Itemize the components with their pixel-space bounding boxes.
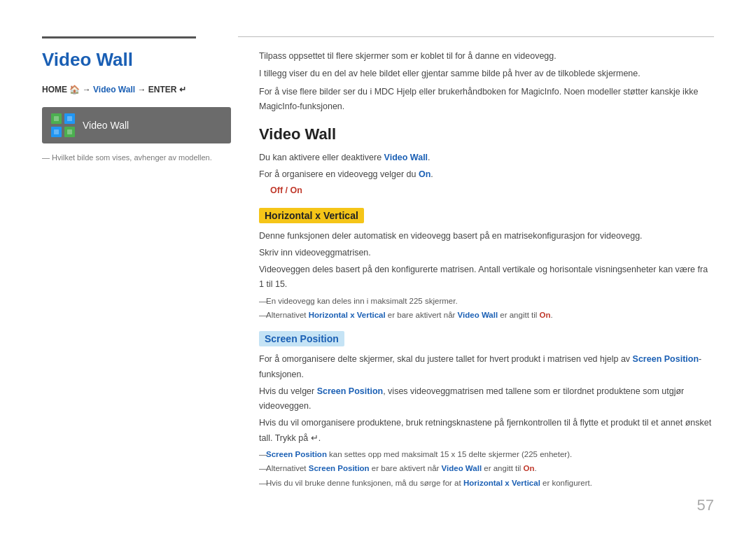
vw-bold-1: Video Wall: [384, 153, 428, 162]
page-content: Video Wall HOME 🏠 → Video Wall → ENTER ↵: [0, 0, 756, 534]
breadcrumb-arrow2: →: [137, 85, 146, 94]
svg-rect-5: [67, 116, 72, 121]
breadcrumb-home: HOME: [42, 85, 67, 94]
hv-line3: Videoveggen deles basert på den konfigur…: [259, 262, 714, 293]
svg-rect-6: [54, 129, 59, 134]
hv-note2-bold2: Video Wall: [458, 311, 498, 319]
hv-heading: Horizontal x Vertical: [259, 208, 364, 223]
sp-note2: Alternativet Screen Position er bare akt…: [259, 462, 714, 475]
hv-note2-bold1: Horizontal x Vertical: [309, 311, 386, 319]
left-column: Video Wall HOME 🏠 → Video Wall → ENTER ↵: [42, 42, 231, 506]
hv-line1: Denne funksjonen deler automatisk en vid…: [259, 229, 714, 244]
separator-right-thin: [238, 36, 714, 37]
video-wall-icon: [50, 113, 76, 138]
breadcrumb-highlight: Video Wall: [93, 85, 135, 94]
right-column: Tilpass oppsettet til flere skjermer som…: [259, 42, 714, 506]
sp-bold2: Screen Position: [317, 386, 383, 396]
section-title-videowall: Video Wall: [259, 125, 714, 143]
page-title: Video Wall: [42, 49, 231, 71]
hv-line2: Skriv inn videoveggmatrisen.: [259, 246, 714, 260]
sp-line3: Hvis du vil omorganisere produktene, bru…: [259, 416, 714, 446]
sp-note2-bold1: Screen Position: [309, 464, 370, 472]
intro-line-1: Tilpass oppsettet til flere skjermer som…: [259, 49, 714, 64]
intro-line-2: I tillegg viser du en del av hele bildet…: [259, 66, 714, 81]
sp-line2: Hvis du velger Screen Position, vises vi…: [259, 384, 714, 414]
hv-note1: En videovegg kan deles inn i maksimalt 2…: [259, 295, 714, 307]
vw-bullet: Off / On: [270, 185, 714, 195]
sp-note2-bold3: On: [524, 464, 535, 472]
enter-icon: ↵: [179, 85, 186, 94]
intro-line-3: For å vise flere bilder ser du i MDC Hje…: [259, 85, 714, 115]
breadcrumb-arrow1: →: [83, 85, 91, 94]
breadcrumb: HOME 🏠 → Video Wall → ENTER ↵: [42, 85, 231, 94]
sp-bold1: Screen Position: [633, 354, 699, 364]
sp-note1: Screen Position kan settes opp med maksi…: [259, 448, 714, 461]
menu-item-label: Video Wall: [83, 120, 129, 131]
menu-item-box[interactable]: Video Wall: [42, 107, 231, 143]
hv-note2: Alternativet Horizontal x Vertical er ba…: [259, 309, 714, 321]
sp-heading: Screen Position: [259, 331, 344, 346]
sp-line1: For å omorganisere delte skjermer, skal …: [259, 352, 714, 382]
vw-line2: For å organisere en videovegg velger du …: [259, 167, 714, 182]
sp-note1-bold: Screen Position: [266, 450, 327, 458]
svg-rect-4: [54, 116, 59, 121]
menu-footnote: Hvilket bilde som vises, avhenger av mod…: [42, 153, 231, 162]
home-icon: 🏠: [69, 85, 82, 94]
breadcrumb-enter: ENTER: [148, 85, 177, 94]
sp-note2-bold2: Video Wall: [442, 464, 482, 472]
vw-line1: Du kan aktivere eller deaktivere Video W…: [259, 150, 714, 165]
hv-note2-bold3: On: [540, 311, 551, 319]
sp-note3-bold: Horizontal x Vertical: [463, 479, 540, 487]
sp-note3: Hvis du vil bruke denne funksjonen, må d…: [259, 477, 714, 489]
enter-symbol: ↵: [311, 433, 318, 443]
svg-rect-7: [67, 129, 72, 134]
separator-left-thick: [42, 36, 196, 38]
vw-bold-on: On: [419, 169, 430, 179]
page-number: 57: [697, 496, 714, 514]
